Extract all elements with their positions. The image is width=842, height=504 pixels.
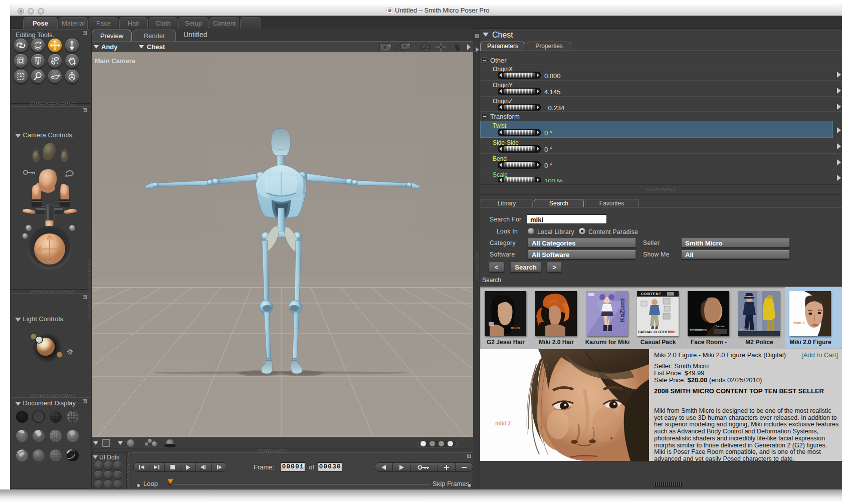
svg-text:KaZumi: KaZumi xyxy=(618,298,626,322)
svg-text:mіkі 2: mіkі 2 xyxy=(495,420,511,426)
svg-text:smithmicro: smithmicro xyxy=(690,328,707,332)
svg-text:CASUAL CLOTHES: CASUAL CLOTHES xyxy=(638,330,671,334)
svg-text:CONTENT: CONTENT xyxy=(641,292,662,296)
svg-text:MIKI: MIKI xyxy=(668,330,676,334)
svg-text:smith: smith xyxy=(740,328,747,331)
svg-text:mika: mika xyxy=(511,326,520,330)
svg-text:miki 2: miki 2 xyxy=(793,321,805,325)
svg-text:James: James xyxy=(716,325,725,328)
